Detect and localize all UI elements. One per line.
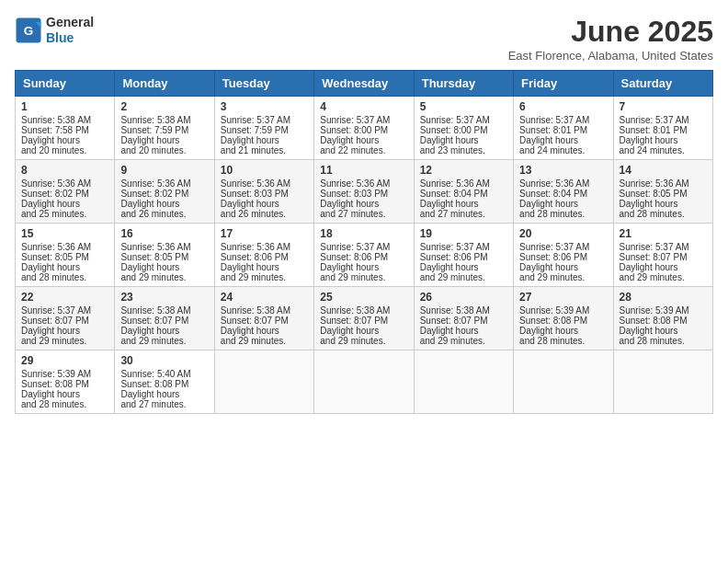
daylight-label: Daylight hours (320, 326, 379, 336)
daylight-duration: and 27 minutes. (320, 209, 385, 219)
sunset-label: Sunset: 8:08 PM (120, 379, 188, 389)
day-number: 21 (620, 227, 707, 240)
sunrise-label: Sunrise: 5:36 AM (519, 178, 589, 189)
calendar-cell: 25 Sunrise: 5:38 AM Sunset: 8:07 PM Dayl… (314, 287, 414, 350)
sunrise-label: Sunrise: 5:37 AM (519, 242, 589, 252)
sunset-label: Sunset: 8:02 PM (120, 189, 188, 199)
daylight-duration: and 23 minutes. (420, 145, 485, 155)
calendar-week: 8 Sunrise: 5:36 AM Sunset: 8:02 PM Dayli… (16, 160, 713, 224)
daylight-label: Daylight hours (221, 262, 279, 272)
sunset-label: Sunset: 8:00 PM (420, 125, 488, 135)
sunset-label: Sunset: 7:58 PM (21, 125, 89, 135)
day-number: 2 (120, 100, 208, 113)
daylight-label: Daylight hours (120, 389, 179, 399)
day-header-thursday: Thursday (414, 71, 513, 97)
sunrise-label: Sunrise: 5:37 AM (221, 115, 290, 125)
day-number: 16 (120, 227, 208, 240)
calendar-cell: 23 Sunrise: 5:38 AM Sunset: 8:07 PM Dayl… (115, 287, 214, 350)
calendar-week: 29 Sunrise: 5:39 AM Sunset: 8:08 PM Dayl… (16, 350, 713, 414)
daylight-duration: and 27 minutes. (120, 399, 186, 409)
sunset-label: Sunset: 8:05 PM (21, 252, 89, 262)
calendar-cell (314, 350, 414, 414)
day-number: 22 (21, 291, 108, 304)
sunset-label: Sunset: 8:03 PM (320, 189, 388, 199)
sunrise-label: Sunrise: 5:38 AM (420, 305, 490, 316)
daylight-duration: and 20 minutes. (21, 145, 86, 155)
daylight-label: Daylight hours (420, 262, 479, 272)
daylight-duration: and 29 minutes. (221, 336, 286, 346)
day-number: 30 (120, 354, 208, 367)
daylight-duration: and 29 minutes. (320, 272, 385, 282)
daylight-label: Daylight hours (519, 326, 578, 336)
calendar-cell: 29 Sunrise: 5:39 AM Sunset: 8:08 PM Dayl… (16, 350, 115, 414)
sunrise-label: Sunrise: 5:39 AM (620, 305, 689, 316)
logo-general: General (46, 15, 94, 30)
day-number: 18 (320, 227, 407, 240)
daylight-label: Daylight hours (221, 326, 279, 336)
svg-text:G: G (24, 23, 34, 37)
sunrise-label: Sunrise: 5:36 AM (21, 242, 91, 252)
daylight-label: Daylight hours (221, 199, 279, 209)
calendar-cell: 21 Sunrise: 5:37 AM Sunset: 8:07 PM Dayl… (613, 224, 712, 287)
sunrise-label: Sunrise: 5:37 AM (320, 115, 390, 125)
daylight-label: Daylight hours (420, 326, 479, 336)
daylight-duration: and 28 minutes. (620, 209, 685, 219)
calendar-cell: 15 Sunrise: 5:36 AM Sunset: 8:05 PM Dayl… (16, 224, 115, 287)
daylight-duration: and 24 minutes. (519, 145, 585, 155)
daylight-duration: and 29 minutes. (221, 272, 286, 282)
daylight-duration: and 28 minutes. (519, 209, 585, 219)
sunset-label: Sunset: 8:06 PM (221, 252, 289, 262)
daylight-label: Daylight hours (21, 135, 80, 145)
calendar-cell (514, 350, 613, 414)
sunset-label: Sunset: 8:06 PM (519, 252, 587, 262)
calendar-cell (613, 350, 712, 414)
title-block: June 2025 East Florence, Alabama, United… (508, 15, 713, 63)
day-number: 24 (221, 291, 308, 304)
daylight-duration: and 28 minutes. (620, 336, 685, 346)
daylight-duration: and 26 minutes. (221, 209, 286, 219)
sunrise-label: Sunrise: 5:40 AM (120, 369, 190, 379)
sunrise-label: Sunrise: 5:39 AM (21, 369, 91, 379)
calendar-cell: 1 Sunrise: 5:38 AM Sunset: 7:58 PM Dayli… (16, 97, 115, 160)
sunrise-label: Sunrise: 5:37 AM (519, 115, 589, 125)
daylight-label: Daylight hours (519, 135, 578, 145)
daylight-label: Daylight hours (120, 326, 179, 336)
daylight-duration: and 28 minutes. (519, 336, 585, 346)
day-number: 26 (420, 291, 507, 304)
day-number: 3 (221, 100, 308, 113)
sunrise-label: Sunrise: 5:38 AM (221, 305, 290, 316)
sunset-label: Sunset: 8:07 PM (21, 316, 89, 326)
daylight-duration: and 29 minutes. (519, 272, 585, 282)
day-number: 6 (519, 100, 607, 113)
calendar-cell: 16 Sunrise: 5:36 AM Sunset: 8:05 PM Dayl… (115, 224, 214, 287)
daylight-duration: and 24 minutes. (620, 145, 685, 155)
day-number: 20 (519, 227, 607, 240)
sunrise-label: Sunrise: 5:36 AM (420, 178, 490, 189)
daylight-duration: and 20 minutes. (120, 145, 186, 155)
sunset-label: Sunset: 8:05 PM (120, 252, 188, 262)
month-title: June 2025 (508, 15, 713, 49)
daylight-duration: and 26 minutes. (120, 209, 186, 219)
sunrise-label: Sunrise: 5:37 AM (320, 242, 390, 252)
sunset-label: Sunset: 8:07 PM (120, 316, 188, 326)
sunset-label: Sunset: 8:03 PM (221, 189, 289, 199)
sunset-label: Sunset: 8:07 PM (320, 316, 388, 326)
calendar-cell: 8 Sunrise: 5:36 AM Sunset: 8:02 PM Dayli… (16, 160, 115, 224)
daylight-label: Daylight hours (320, 135, 379, 145)
sunset-label: Sunset: 8:07 PM (221, 316, 289, 326)
sunset-label: Sunset: 8:06 PM (420, 252, 488, 262)
calendar-table: SundayMondayTuesdayWednesdayThursdayFrid… (15, 70, 713, 414)
sunrise-label: Sunrise: 5:37 AM (420, 242, 490, 252)
calendar-cell: 4 Sunrise: 5:37 AM Sunset: 8:00 PM Dayli… (314, 97, 414, 160)
daylight-duration: and 29 minutes. (120, 336, 186, 346)
calendar-cell: 2 Sunrise: 5:38 AM Sunset: 7:59 PM Dayli… (115, 97, 214, 160)
calendar-cell: 19 Sunrise: 5:37 AM Sunset: 8:06 PM Dayl… (414, 224, 513, 287)
daylight-duration: and 29 minutes. (420, 272, 485, 282)
calendar-cell: 14 Sunrise: 5:36 AM Sunset: 8:05 PM Dayl… (613, 160, 712, 224)
sunset-label: Sunset: 8:04 PM (519, 189, 587, 199)
daylight-label: Daylight hours (519, 262, 578, 272)
calendar-cell: 24 Sunrise: 5:38 AM Sunset: 8:07 PM Dayl… (214, 287, 313, 350)
day-number: 14 (620, 164, 707, 177)
sunrise-label: Sunrise: 5:36 AM (620, 178, 689, 189)
logo-blue: Blue (46, 30, 94, 46)
